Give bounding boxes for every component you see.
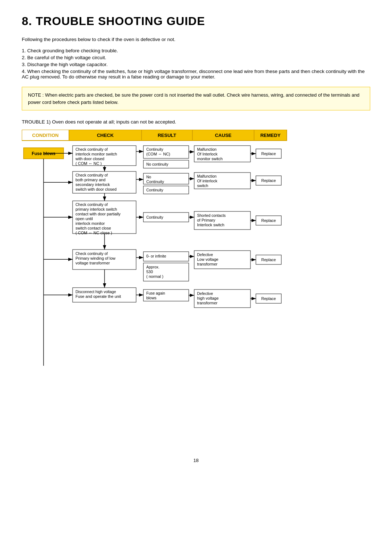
svg-text:Defective: Defective — [197, 252, 213, 257]
intro-text: Following the procedures below to check … — [22, 37, 370, 42]
step-4: 4. When checking the continuity of the s… — [22, 69, 370, 80]
svg-text:Replace: Replace — [261, 151, 276, 156]
step-2: 2. Be careful of the high voltage circui… — [22, 55, 370, 60]
svg-text:voltage transformer: voltage transformer — [75, 261, 110, 265]
svg-text:of  Primary: of Primary — [197, 218, 216, 222]
svg-text:Primary winding of low: Primary winding of low — [75, 256, 115, 260]
svg-text:contact with door partially: contact with door partially — [75, 212, 121, 216]
svg-text:Replace: Replace — [261, 258, 276, 262]
page-title: 8. TROUBLE SHOOTING GUIDE — [22, 15, 370, 28]
svg-text:RESULT: RESULT — [158, 133, 176, 138]
note-box: NOTE : When electric parts are checked, … — [22, 87, 370, 110]
svg-text:CHECK: CHECK — [97, 133, 114, 138]
svg-text:interlock monitor: interlock monitor — [75, 221, 105, 226]
svg-text:Interlock switch: Interlock switch — [197, 223, 224, 227]
steps-list: 1. Check grounding before checking troub… — [22, 48, 370, 80]
svg-text:Shorted contacts: Shorted contacts — [197, 213, 226, 218]
svg-text:transformer: transformer — [197, 301, 218, 305]
svg-text:interlock monitor switch: interlock monitor switch — [75, 152, 117, 156]
svg-text:( COM ↔ NC ): ( COM ↔ NC ) — [75, 161, 102, 166]
svg-text:(COM ↔ NC): (COM ↔ NC) — [146, 152, 170, 156]
note-text: NOTE : When electric parts are checked, … — [28, 92, 359, 105]
svg-text:Continuity: Continuity — [146, 179, 164, 184]
flowchart-diagram: CONDITION CHECK RESULT CAUSE REMEDY Fuse… — [22, 130, 370, 446]
svg-text:both primary and: both primary and — [75, 178, 106, 182]
svg-text:Fuse blows: Fuse blows — [32, 151, 56, 156]
svg-text:Fuse and operate the unit: Fuse and operate the unit — [75, 294, 121, 299]
svg-text:Check continuity of: Check continuity of — [75, 251, 108, 256]
svg-text:blows: blows — [146, 296, 157, 300]
svg-text:Of Interlock: Of Interlock — [197, 152, 218, 156]
svg-text:REMEDY: REMEDY — [260, 133, 281, 138]
svg-text:with door closed: with door closed — [75, 157, 105, 161]
svg-text:Check continuity of: Check continuity of — [75, 202, 108, 207]
svg-text:secondary interlock: secondary interlock — [75, 182, 110, 187]
step-1: 1. Check grounding before checking troub… — [22, 48, 370, 53]
svg-text:( normal ): ( normal ) — [146, 274, 163, 279]
svg-text:( COM ↔ NC close ): ( COM ↔ NC close ) — [75, 231, 112, 235]
svg-text:Low voltage: Low voltage — [197, 257, 219, 262]
svg-text:Continuity: Continuity — [146, 188, 163, 192]
svg-text:Continuity: Continuity — [146, 215, 163, 219]
svg-text:Of interlock: Of interlock — [197, 179, 217, 183]
svg-text:Disconnect high voltage: Disconnect high voltage — [75, 289, 116, 294]
page-number: 18 — [22, 458, 370, 463]
svg-text:Defective: Defective — [197, 291, 213, 296]
svg-text:Replace: Replace — [261, 178, 276, 183]
trouble-intro: TROUBLE 1) Oven does not operate at all;… — [22, 119, 370, 125]
svg-text:transformer: transformer — [197, 262, 218, 266]
svg-text:0- or infinite: 0- or infinite — [146, 254, 166, 258]
svg-text:No continuity: No continuity — [146, 162, 168, 166]
svg-text:high voltage: high voltage — [197, 296, 219, 300]
svg-text:CONDITION: CONDITION — [32, 133, 59, 138]
svg-text:Malfunction: Malfunction — [197, 174, 217, 178]
svg-text:530: 530 — [146, 270, 153, 274]
svg-text:open until: open until — [75, 216, 93, 221]
svg-text:monitor switch: monitor switch — [197, 157, 222, 161]
svg-text:Replace: Replace — [261, 296, 276, 301]
svg-text:primary interlock switch: primary interlock switch — [75, 207, 117, 211]
svg-text:Replace: Replace — [261, 218, 276, 223]
svg-text:switch with door closed: switch with door closed — [75, 187, 117, 191]
svg-text:Approx.: Approx. — [146, 265, 159, 269]
svg-text:Malfunction: Malfunction — [197, 147, 217, 151]
svg-text:Check continuity of: Check continuity of — [75, 147, 108, 151]
svg-text:Check continuity of: Check continuity of — [75, 173, 108, 177]
svg-text:Fuse again: Fuse again — [146, 291, 165, 295]
svg-text:No: No — [146, 175, 151, 179]
step-3: 3. Discharge the high voltage capacitor. — [22, 62, 370, 67]
svg-text:switch contact close: switch contact close — [75, 226, 111, 230]
svg-text:CAUSE: CAUSE — [215, 133, 232, 138]
svg-text:Continuity: Continuity — [146, 147, 163, 151]
svg-text:switch: switch — [197, 183, 208, 188]
